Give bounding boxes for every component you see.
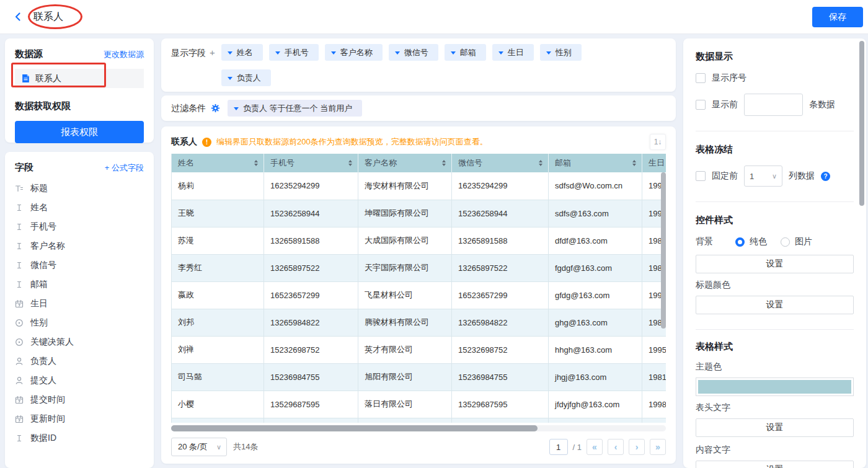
field-item[interactable]: 数据ID (15, 428, 144, 448)
chevron-down-icon (228, 51, 232, 57)
header-text-setting-button[interactable]: 设置 (696, 418, 854, 437)
back-button[interactable] (12, 11, 24, 22)
report-permission-button[interactable]: 报表权限 (15, 121, 144, 143)
scrollbar-thumb[interactable] (171, 425, 538, 431)
show-first-count-input[interactable] (744, 94, 803, 116)
header-text-label: 表头文字 (696, 402, 854, 413)
column-header[interactable]: 姓名 (172, 154, 264, 172)
page-size-select[interactable]: 20 条/页 ∨ (171, 438, 227, 456)
gear-icon[interactable] (211, 104, 220, 113)
field-item[interactable]: 姓名 (15, 198, 144, 217)
column-header[interactable]: 邮箱 (549, 154, 642, 172)
table-cell: jfdyjfgh@163.com (549, 391, 642, 418)
field-item[interactable]: 手机号 (15, 217, 144, 236)
column-header[interactable]: 手机号 (264, 154, 358, 172)
display-field-chip[interactable]: 生日 (492, 44, 534, 61)
table-cell: dfdf@163.com (549, 227, 642, 254)
field-label: 姓名 (30, 202, 48, 213)
title-color-setting-button[interactable]: 设置 (696, 296, 854, 314)
show-first-checkbox[interactable] (696, 100, 706, 110)
field-item[interactable]: 负责人 (15, 351, 144, 371)
display-field-chip[interactable]: 邮箱 (445, 44, 486, 61)
table-cell (452, 418, 549, 423)
table-row: 苏漫13265891588大成国际有限公司13265891588dfdf@163… (172, 227, 666, 254)
column-header[interactable]: 微信号 (452, 154, 549, 172)
table-cell: 王晓 (172, 200, 264, 227)
datasource-item[interactable]: 联系人 (15, 69, 144, 88)
help-icon[interactable]: ? (821, 172, 830, 181)
scrollbar-thumb[interactable] (661, 172, 666, 329)
change-datasource-link[interactable]: 更改数据源 (104, 49, 144, 60)
show-index-checkbox[interactable] (696, 73, 706, 83)
field-item[interactable]: 客户名称 (15, 236, 144, 255)
table-cell: 李秀红 (172, 254, 264, 281)
total-pages: / 1 (573, 443, 582, 452)
datasource-title: 数据源 (15, 48, 43, 60)
text-icon (15, 260, 24, 270)
column-header[interactable]: 生日 (642, 154, 666, 172)
freeze-count-select[interactable]: 1 ∨ (744, 166, 782, 187)
table-horizontal-scrollbar[interactable] (171, 425, 666, 431)
field-item[interactable]: 邮箱 (15, 275, 144, 294)
table-cell: 旭阳有限公司 (358, 363, 452, 391)
table-cell: 15236984755 (264, 363, 358, 391)
chevron-down-icon (395, 51, 400, 57)
chip-label: 生日 (508, 47, 524, 58)
column-label: 姓名 (178, 158, 194, 167)
content: 数据源 更改数据源 联系人 数据获取权限 报表权限 字段 + (0, 34, 868, 468)
field-label: 性别 (30, 317, 48, 329)
column-header[interactable]: 客户名称 (358, 154, 452, 172)
theme-color-picker[interactable] (696, 377, 854, 396)
field-item[interactable]: 标题 (15, 179, 144, 198)
current-page-input[interactable]: 1 (549, 439, 568, 455)
field-item[interactable]: 提交时间 (15, 390, 144, 409)
column-label: 生日 (649, 158, 665, 167)
field-item[interactable]: 提交人 (15, 371, 144, 390)
last-page-button[interactable]: » (650, 439, 666, 455)
chevron-down-icon (498, 51, 503, 57)
image-radio[interactable] (781, 237, 790, 247)
table-cell: 坤曜国际有限公司 (358, 200, 452, 227)
add-display-field-button[interactable]: + (210, 44, 215, 61)
field-item[interactable]: 关键决策人 (15, 332, 144, 351)
document-icon (21, 74, 30, 83)
freeze-columns-checkbox[interactable] (696, 171, 706, 181)
table-cell (549, 418, 642, 423)
field-label: 客户名称 (30, 241, 65, 252)
filter-condition-chip[interactable]: 负责人 等于任意一个 当前用户 (228, 100, 362, 117)
prev-page-button[interactable]: ‹ (608, 439, 624, 455)
table-cell: 16523657299 (452, 281, 549, 309)
content-text-setting-button[interactable]: 设置 (696, 461, 854, 468)
background-setting-button[interactable]: 设置 (696, 255, 854, 273)
table-cell: 15236258944 (452, 200, 549, 227)
field-item[interactable]: 更新时间 (15, 409, 144, 428)
add-formula-field-link[interactable]: + 公式字段 (105, 162, 144, 174)
table-vertical-scrollbar[interactable] (661, 172, 666, 423)
title-icon (15, 183, 24, 193)
table-cell: 13265891588 (452, 227, 549, 254)
field-item[interactable]: 生日 (15, 294, 144, 313)
sort-order-icon[interactable]: 1↓ (650, 134, 666, 150)
text-icon (15, 222, 24, 231)
display-field-chip[interactable]: 负责人 (221, 69, 271, 86)
field-label: 邮箱 (30, 279, 48, 290)
display-field-chip[interactable]: 客户名称 (325, 44, 383, 61)
show-first-suffix: 条数据 (809, 99, 835, 110)
display-field-chip[interactable]: 性别 (540, 44, 582, 61)
display-field-chip[interactable]: 微信号 (389, 44, 438, 61)
table-cell: 16523657299 (264, 281, 358, 309)
field-item[interactable]: 性别 (15, 313, 144, 332)
display-field-chip[interactable]: 手机号 (269, 44, 319, 61)
chip-label: 客户名称 (340, 47, 373, 58)
display-field-chip[interactable]: 姓名 (221, 44, 263, 61)
solid-color-radio[interactable] (735, 237, 745, 247)
preview-table: 姓名手机号客户名称微信号邮箱生日 杨莉16235294299海安材料有限公司16… (171, 154, 666, 423)
first-page-button[interactable]: « (587, 439, 603, 455)
next-page-button[interactable]: › (629, 439, 645, 455)
display-fields-label: 显示字段 (171, 44, 206, 61)
table-row: 杨莉16235294299海安材料有限公司16235294299sdfsd@Wo… (172, 172, 666, 200)
field-item[interactable]: 微信号 (15, 255, 144, 275)
panel-scrollbar[interactable] (859, 41, 864, 206)
column-label: 微信号 (458, 158, 482, 167)
save-button[interactable]: 保存 (812, 7, 863, 27)
